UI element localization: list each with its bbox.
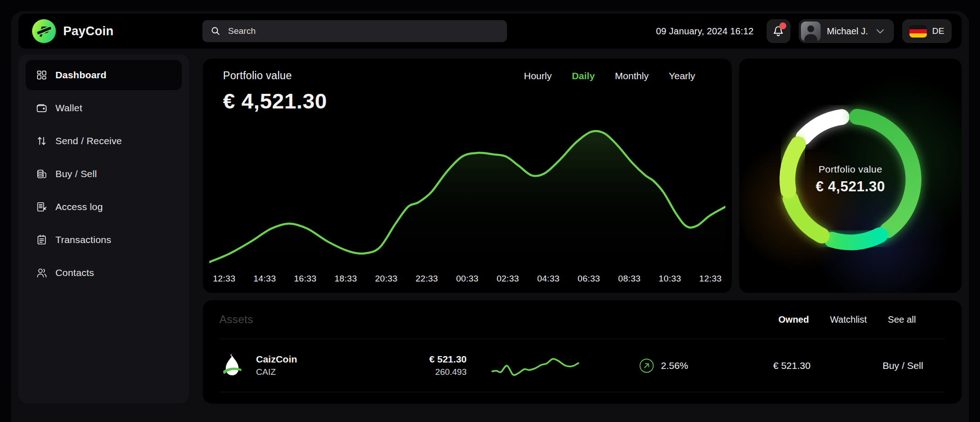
range-tab-daily[interactable]: Daily [572, 70, 595, 81]
sidebar-item-buy-sell[interactable]: Buy / Sell [26, 159, 182, 189]
portfolio-value: € 4,521.30 [223, 88, 712, 114]
brand: P PayCoin [32, 19, 202, 43]
buy-sell-button[interactable]: Buy / Sell [860, 360, 945, 371]
x-axis-label: 06:33 [577, 274, 600, 284]
dashboard-icon [36, 69, 48, 81]
asset-value: € 521.30 [723, 360, 860, 371]
sidebar-item-contacts[interactable]: Contacts [26, 258, 182, 288]
assets-tabs: OwnedWatchlistSee all [779, 314, 945, 325]
x-axis-labels: 12:3314:3316:3318:3320:3322:3300:3302:33… [213, 274, 722, 284]
range-tab-yearly[interactable]: Yearly [669, 70, 695, 81]
donut-center-title: Portfolio value [818, 164, 882, 175]
x-axis-label: 08:33 [618, 274, 641, 284]
x-axis-label: 18:33 [334, 274, 357, 284]
sidebar: Dashboard Wallet Send / Receive Buy / Se… [18, 54, 189, 403]
clipboard-icon [36, 234, 48, 246]
search-icon [211, 26, 221, 36]
user-name: Michael J. [827, 26, 868, 37]
x-axis-label: 04:33 [537, 274, 560, 284]
app-title: PayCoin [63, 24, 114, 38]
asset-name: CaizCoin [256, 354, 297, 365]
portfolio-chart-card: Portfolio value HourlyDailyMonthlyYearly… [203, 59, 732, 293]
notifications-button[interactable] [767, 19, 790, 43]
notification-badge [779, 22, 786, 29]
x-axis-label: 00:33 [456, 274, 479, 284]
chevron-down-icon [875, 26, 886, 37]
profile-menu[interactable]: Michael J. [799, 19, 894, 43]
sidebar-item-label: Send / Receive [55, 135, 122, 146]
germany-flag-icon [909, 25, 927, 38]
sidebar-item-dashboard[interactable]: Dashboard [26, 60, 182, 90]
asset-amount: 260.493 [357, 367, 467, 377]
wallet-icon [36, 102, 48, 114]
x-axis-label: 12:33 [213, 274, 235, 284]
assets-title: Assets [219, 313, 253, 326]
asset-row-caizcoin[interactable]: CaizCoin CAIZ € 521.30 260.493 2.56% € 5… [219, 339, 945, 392]
portfolio-line-chart [209, 116, 725, 273]
sidebar-item-label: Dashboard [55, 70, 107, 81]
asset-change: 2.56% [661, 360, 688, 371]
assets-tab-owned[interactable]: Owned [779, 314, 809, 325]
log-document-icon [36, 201, 48, 213]
top-bar: P PayCoin 09 January, 2024 16:12 [18, 14, 962, 49]
sidebar-item-label: Wallet [55, 103, 82, 114]
paycoin-logo-icon: P [32, 19, 56, 43]
sidebar-item-wallet[interactable]: Wallet [26, 93, 182, 123]
next-row-cutoff [219, 392, 945, 404]
language-selector[interactable]: DE [902, 19, 952, 43]
datetime-label: 09 January, 2024 16:12 [656, 26, 753, 37]
coins-icon [36, 168, 48, 180]
x-axis-label: 02:33 [496, 274, 519, 284]
asset-symbol: CAIZ [256, 367, 297, 377]
sidebar-item-label: Contacts [55, 267, 94, 278]
sidebar-item-label: Transactions [55, 234, 111, 245]
donut-center-value: € 4,521.30 [816, 179, 885, 195]
sidebar-item-transactions[interactable]: Transactions [26, 225, 182, 255]
x-axis-label: 22:33 [415, 274, 438, 284]
x-axis-label: 16:33 [294, 274, 316, 284]
allocation-donut-card: Portfolio value € 4,521.30 [739, 59, 962, 293]
sidebar-item-label: Buy / Sell [55, 168, 97, 179]
sidebar-item-label: Access log [55, 201, 103, 212]
x-axis-label: 20:33 [375, 274, 397, 284]
sidebar-item-send-receive[interactable]: Send / Receive [26, 126, 182, 156]
asset-sparkline [467, 350, 604, 382]
search-bar[interactable] [202, 20, 507, 42]
search-input[interactable] [227, 26, 499, 37]
assets-tab-see-all[interactable]: See all [888, 314, 916, 325]
contacts-icon [36, 267, 48, 279]
asset-price: € 521.30 [357, 354, 467, 365]
x-axis-label: 10:33 [659, 274, 681, 284]
arrows-up-down-icon [36, 135, 48, 147]
avatar [801, 22, 821, 41]
x-axis-label: 12:33 [699, 274, 722, 284]
caizcoin-logo-icon [219, 353, 245, 379]
topbar-right: 09 January, 2024 16:12 Michael J. [656, 19, 952, 43]
x-axis-label: 14:33 [253, 274, 276, 284]
range-tab-hourly[interactable]: Hourly [524, 70, 552, 81]
assets-card: Assets OwnedWatchlistSee all CaizCoin CA… [203, 300, 962, 404]
range-tab-monthly[interactable]: Monthly [615, 70, 649, 81]
donut-center: Portfolio value € 4,521.30 [761, 90, 940, 269]
portfolio-title: Portfolio value [223, 70, 292, 82]
trend-up-icon [639, 358, 654, 373]
sidebar-item-access-log[interactable]: Access log [26, 192, 182, 222]
assets-tab-watchlist[interactable]: Watchlist [830, 314, 866, 325]
language-label: DE [932, 26, 944, 36]
range-tabs: HourlyDailyMonthlyYearly [524, 70, 695, 81]
